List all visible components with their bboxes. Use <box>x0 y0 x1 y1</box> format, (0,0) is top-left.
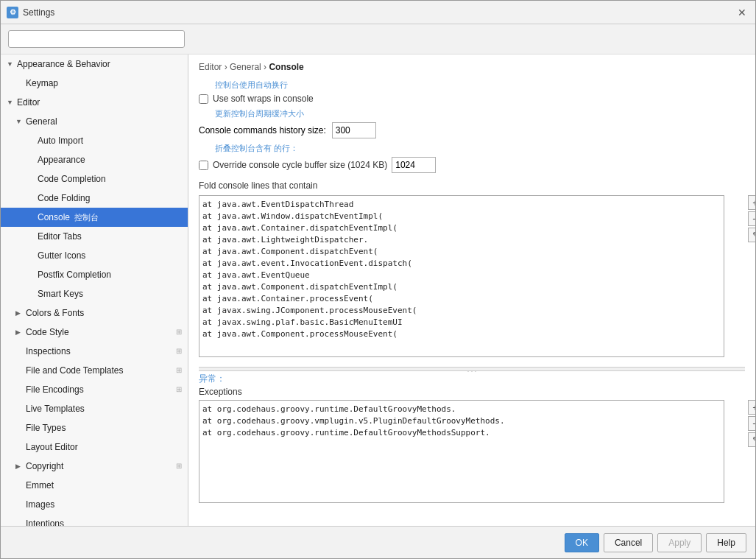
soft-wraps-row: Use soft wraps in console <box>199 94 745 104</box>
arrow-icon: ▼ <box>15 114 23 129</box>
edit-fold-button[interactable]: ✎ <box>748 228 755 242</box>
sidebar-label: Code Folding <box>38 191 90 205</box>
sidebar-label: Editor <box>17 95 40 110</box>
sidebar-item-appearance[interactable]: Appearance <box>1 150 188 169</box>
sidebar-item-intentions[interactable]: Intentions <box>1 514 188 526</box>
sidebar-label: General <box>26 114 57 129</box>
exceptions-container: + − ✎ <box>199 400 745 505</box>
cycle-buffer-row: Override console cycle buffer size (1024… <box>199 157 745 173</box>
breadcrumb: Editor › General › Console <box>199 62 745 72</box>
remove-exception-button[interactable]: − <box>748 416 755 431</box>
close-button[interactable]: ✕ <box>735 5 749 20</box>
sidebar-label: Appearance <box>38 152 85 167</box>
sidebar-item-file-encodings[interactable]: File Encodings ⊞ <box>1 380 188 399</box>
sidebar-label: Keymap <box>26 76 58 91</box>
sidebar-label: Layout Editor <box>26 440 78 454</box>
sidebar-label: Images <box>26 497 54 512</box>
sidebar-item-appearance-behavior[interactable]: ▼ Appearance & Behavior <box>1 55 188 74</box>
sidebar-item-layout-editor[interactable]: Layout Editor <box>1 437 188 457</box>
fold-lines-label: Fold console lines that contain <box>199 180 745 191</box>
sidebar-label: Inspections <box>26 344 71 359</box>
sidebar-item-gutter-icons[interactable]: Gutter Icons <box>1 246 188 265</box>
sidebar-label: File and Code Templates <box>26 363 124 378</box>
cancel-button[interactable]: Cancel <box>604 533 653 552</box>
search-bar <box>1 24 755 55</box>
app-icon: ⚙ <box>7 7 18 18</box>
soft-wraps-checkbox[interactable] <box>199 94 208 104</box>
sidebar-item-live-templates[interactable]: Live Templates <box>1 399 188 418</box>
sidebar-label: Code Style <box>26 325 69 340</box>
sidebar-item-images[interactable]: Images <box>1 495 188 514</box>
sidebar-label: File Encodings <box>26 382 84 397</box>
sidebar-label: Gutter Icons <box>38 248 85 263</box>
sidebar-item-editor[interactable]: ▼ Editor <box>1 93 188 112</box>
arrow-icon: ▶ <box>15 459 23 474</box>
search-input[interactable] <box>8 30 185 48</box>
cycle-buffer-label: Override console cycle buffer size (1024… <box>213 160 387 170</box>
sidebar-label: Intentions <box>26 516 64 526</box>
sidebar-label: Editor Tabs <box>38 229 82 244</box>
sidebar-item-postfix-completion[interactable]: Postfix Completion <box>1 265 188 284</box>
sidebar-item-code-style[interactable]: ▶ Code Style ⊞ <box>1 323 188 342</box>
sidebar-item-emmet[interactable]: Emmet <box>1 476 188 495</box>
arrow-icon: ▶ <box>15 325 23 340</box>
sidebar-item-code-folding[interactable]: Code Folding <box>1 189 188 208</box>
exceptions-hint: 异常： <box>199 373 745 385</box>
sidebar-label: Postfix Completion <box>38 267 111 282</box>
history-size-label: Console commands history size: <box>199 125 326 136</box>
soft-wraps-hint: 控制台使用自动换行 <box>215 80 745 91</box>
sidebar-item-editor-tabs[interactable]: Editor Tabs <box>1 227 188 246</box>
remove-fold-button[interactable]: − <box>748 211 755 226</box>
help-button[interactable]: Help <box>706 533 746 552</box>
history-size-input[interactable] <box>332 122 376 138</box>
sidebar-label: Emmet <box>26 478 54 493</box>
sidebar-label: Live Templates <box>26 401 85 416</box>
apply-button[interactable]: Apply <box>657 533 702 552</box>
sidebar-label: Smart Keys <box>38 286 83 301</box>
sidebar-label: Colors & Fonts <box>26 306 84 320</box>
add-exception-button[interactable]: + <box>748 400 755 415</box>
badge-icon: ⊞ <box>176 382 182 397</box>
console-badge: 控制台 <box>74 210 99 225</box>
sidebar-item-file-types[interactable]: File Types <box>1 418 188 437</box>
sidebar-item-inspections[interactable]: Inspections ⊞ <box>1 342 188 361</box>
fold-lines-textarea[interactable] <box>199 195 724 357</box>
soft-wraps-label: Use soft wraps in console <box>213 94 314 104</box>
cycle-buffer-input[interactable] <box>392 157 436 173</box>
cycle-buffer-hint: 折叠控制台含有 的行： <box>215 143 745 154</box>
history-size-hint: 更新控制台周期缓冲大小 <box>215 108 745 119</box>
arrow-icon: ▼ <box>7 57 14 71</box>
content-area: Editor › General › Console 控制台使用自动换行 Use… <box>188 55 755 526</box>
exceptions-buttons: + − ✎ <box>748 400 755 447</box>
badge-icon: ⊞ <box>176 459 182 474</box>
badge-icon: ⊞ <box>176 325 182 340</box>
sidebar-item-general[interactable]: ▼ General <box>1 112 188 131</box>
exceptions-label: Exceptions <box>199 387 745 397</box>
sidebar-label: Auto Import <box>38 133 83 148</box>
ok-button[interactable]: OK <box>565 533 599 552</box>
sidebar-item-auto-import[interactable]: Auto Import <box>1 131 188 150</box>
sidebar-item-code-completion[interactable]: Code Completion <box>1 169 188 189</box>
cycle-buffer-checkbox[interactable] <box>199 161 208 170</box>
sidebar-item-keymap[interactable]: Keymap <box>1 74 188 93</box>
main-area: ▼ Appearance & Behavior Keymap ▼ Editor … <box>1 55 755 526</box>
dialog-body: ▼ Appearance & Behavior Keymap ▼ Editor … <box>1 24 755 526</box>
sidebar-item-smart-keys[interactable]: Smart Keys <box>1 284 188 303</box>
sidebar-label: Code Completion <box>38 172 106 186</box>
sidebar-item-copyright[interactable]: ▶ Copyright ⊞ <box>1 457 188 476</box>
sidebar-label: Copyright <box>26 459 63 474</box>
settings-dialog: ⚙ Settings ✕ ▼ Appearance & Behavior Key… <box>0 0 756 559</box>
footer: OK Cancel Apply Help <box>1 526 755 558</box>
sidebar-item-colors-fonts[interactable]: ▶ Colors & Fonts <box>1 303 188 323</box>
sidebar-label: Appearance & Behavior <box>17 57 110 71</box>
sidebar: ▼ Appearance & Behavior Keymap ▼ Editor … <box>1 55 188 526</box>
add-fold-button[interactable]: + <box>748 195 755 210</box>
sidebar-item-file-code-templates[interactable]: File and Code Templates ⊞ <box>1 361 188 380</box>
arrow-icon: ▼ <box>7 95 14 110</box>
fold-buttons: + − ✎ <box>748 195 755 242</box>
drag-handle[interactable]: · · · <box>199 367 745 371</box>
sidebar-item-console[interactable]: Console 控制台 <box>1 208 188 227</box>
edit-exception-button[interactable]: ✎ <box>748 432 755 447</box>
sidebar-label: File Types <box>26 421 66 435</box>
exceptions-textarea[interactable] <box>199 400 724 503</box>
